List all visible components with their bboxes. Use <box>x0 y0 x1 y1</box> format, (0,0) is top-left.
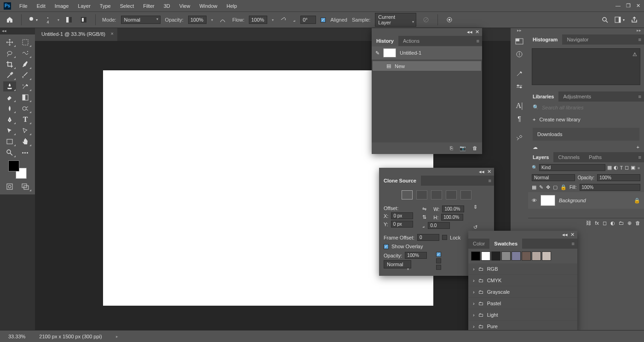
zoom-tool[interactable] <box>3 148 16 158</box>
lock-all-icon[interactable]: 🔒 <box>560 184 567 190</box>
filter-toggle-icon[interactable]: ● <box>637 165 640 171</box>
panel-collapse-icon[interactable]: ◂◂ <box>479 169 484 175</box>
panel-close-icon[interactable]: ✕ <box>475 29 479 35</box>
offset-x-input[interactable] <box>391 212 413 219</box>
lock-pixels-icon[interactable]: ✎ <box>539 184 543 190</box>
angle-input[interactable]: 0° <box>300 16 316 24</box>
window-restore-icon[interactable]: ❐ <box>626 3 631 9</box>
toolbox-collapse-icon[interactable]: ◂◂ <box>2 28 6 33</box>
color-panel-icon[interactable] <box>512 35 526 47</box>
swatch-folder[interactable]: ›🗀Light <box>468 309 577 321</box>
zoom-level[interactable]: 33.33% <box>8 334 25 339</box>
brush-size-picker[interactable]: •4 <box>43 15 53 25</box>
layer-opacity-input[interactable]: 100% <box>597 174 640 181</box>
window-close-icon[interactable]: ✕ <box>636 3 640 9</box>
new-layer-icon[interactable]: ⊕ <box>627 220 632 226</box>
panel-menu-icon[interactable]: ≡ <box>636 94 644 99</box>
dock-expand-icon[interactable]: ▸▸ <box>511 28 528 34</box>
filter-shape-icon[interactable]: ◻ <box>625 165 629 171</box>
delete-state-icon[interactable]: 🗑 <box>472 145 477 151</box>
pressure-opacity-icon[interactable] <box>218 15 228 25</box>
layer-mask-icon[interactable]: ◻ <box>603 220 607 226</box>
invert-checkbox[interactable] <box>436 265 441 270</box>
visibility-icon[interactable]: 👁 <box>532 198 537 203</box>
filter-adjust-icon[interactable]: ◐ <box>614 165 618 171</box>
clone-source-2[interactable] <box>416 190 427 200</box>
lock-icon[interactable]: 🔒 <box>634 198 640 204</box>
clone-source-5[interactable] <box>460 190 472 200</box>
lock-artboard-icon[interactable]: ▢ <box>553 184 558 190</box>
history-document-row[interactable]: ✎ Untitled-1 <box>372 46 482 59</box>
tab-clone-source[interactable]: Clone Source <box>379 176 421 186</box>
library-item-downloads[interactable]: Downloads <box>533 128 639 141</box>
tab-histogram[interactable]: Histogram <box>528 34 562 45</box>
tab-adjustments[interactable]: Adjustments <box>558 91 596 102</box>
new-from-state-icon[interactable]: ⎘ <box>450 145 453 151</box>
mode-dropdown[interactable]: Normal <box>121 16 161 24</box>
tab-history[interactable]: History <box>372 36 398 46</box>
scale-h-input[interactable] <box>441 214 463 221</box>
panel-collapse-icon[interactable]: ◂◂ <box>562 232 568 238</box>
search-icon[interactable] <box>600 15 610 25</box>
blur-tool[interactable] <box>3 103 16 114</box>
clone-source-3[interactable] <box>431 190 442 200</box>
flow-dropdown-icon[interactable]: ▾ <box>272 18 274 22</box>
layer-thumbnail[interactable] <box>540 195 555 206</box>
blend-mode-dropdown[interactable]: Normal <box>532 174 575 181</box>
sample-dropdown[interactable]: Current Layer <box>375 13 416 27</box>
add-icon[interactable]: + <box>637 144 639 150</box>
brush-panel-icon[interactable] <box>64 15 74 25</box>
pressure-size-icon[interactable] <box>444 15 454 25</box>
cloud-icon[interactable]: ☁ <box>533 144 538 150</box>
snapshot-icon[interactable]: 📷 <box>460 145 466 151</box>
close-icon[interactable]: × <box>111 31 114 36</box>
show-overlay-checkbox[interactable]: ✓ <box>384 244 389 249</box>
type-tool[interactable]: T <box>19 114 32 125</box>
swatch[interactable] <box>491 251 500 261</box>
menu-view[interactable]: View <box>175 1 195 11</box>
swatch[interactable] <box>471 251 480 261</box>
panel-close-icon[interactable]: ✕ <box>570 232 575 238</box>
opacity-input[interactable]: 100% <box>188 16 207 24</box>
quick-mask-icon[interactable] <box>3 182 16 192</box>
panel-menu-icon[interactable]: ≡ <box>486 178 494 183</box>
swatch-folder[interactable]: ›🗀Grayscale <box>468 286 577 298</box>
document-tab[interactable]: Untitled-1 @ 33.3% (RGB/8) × <box>35 28 117 41</box>
marquee-tool[interactable] <box>19 37 32 47</box>
lock-transparent-icon[interactable]: ▦ <box>532 184 536 190</box>
scale-w-input[interactable] <box>442 205 464 212</box>
tab-navigator[interactable]: Navigator <box>562 34 593 45</box>
layer-background[interactable]: 👁 Background 🔒 <box>528 192 644 209</box>
rectangle-tool[interactable] <box>3 137 16 147</box>
layer-style-icon[interactable]: fx <box>595 220 599 226</box>
filter-smart-icon[interactable]: ▣ <box>631 165 635 171</box>
tab-actions[interactable]: Actions <box>398 36 424 46</box>
brush-tool[interactable] <box>19 70 32 80</box>
share-icon[interactable] <box>629 15 639 25</box>
eraser-tool[interactable] <box>3 92 16 103</box>
reset-transform-icon[interactable]: ↺ <box>473 224 477 230</box>
properties-panel-icon[interactable]: i <box>512 48 526 60</box>
link-wh-icon[interactable]: ⇕ <box>473 204 477 210</box>
paragraph-panel-icon[interactable]: ¶ <box>512 113 526 125</box>
filter-type-icon[interactable]: T <box>620 165 623 171</box>
group-icon[interactable]: 🗀 <box>619 220 624 226</box>
menu-file[interactable]: File <box>15 1 32 11</box>
auto-hide-checkbox[interactable] <box>436 258 441 263</box>
menu-layer[interactable]: Layer <box>73 1 95 11</box>
gradient-tool[interactable] <box>19 92 32 103</box>
fill-input[interactable]: 100% <box>580 184 640 191</box>
menu-type[interactable]: Type <box>95 1 115 11</box>
swatch[interactable] <box>481 251 490 261</box>
clipped-checkbox[interactable]: ✓ <box>436 252 441 257</box>
direct-select-tool[interactable] <box>19 125 32 136</box>
opacity-dropdown-icon[interactable]: ▾ <box>211 18 213 22</box>
delete-layer-icon[interactable]: 🗑 <box>635 220 640 226</box>
lock-frame-checkbox[interactable] <box>442 235 447 240</box>
brush-settings-icon[interactable] <box>79 15 89 25</box>
window-minimize-icon[interactable]: — <box>615 3 621 9</box>
menu-help[interactable]: Help <box>222 1 242 11</box>
airbrush-icon[interactable] <box>278 15 288 25</box>
swatch[interactable] <box>512 251 521 261</box>
warning-icon[interactable]: ⚠ <box>632 51 637 57</box>
